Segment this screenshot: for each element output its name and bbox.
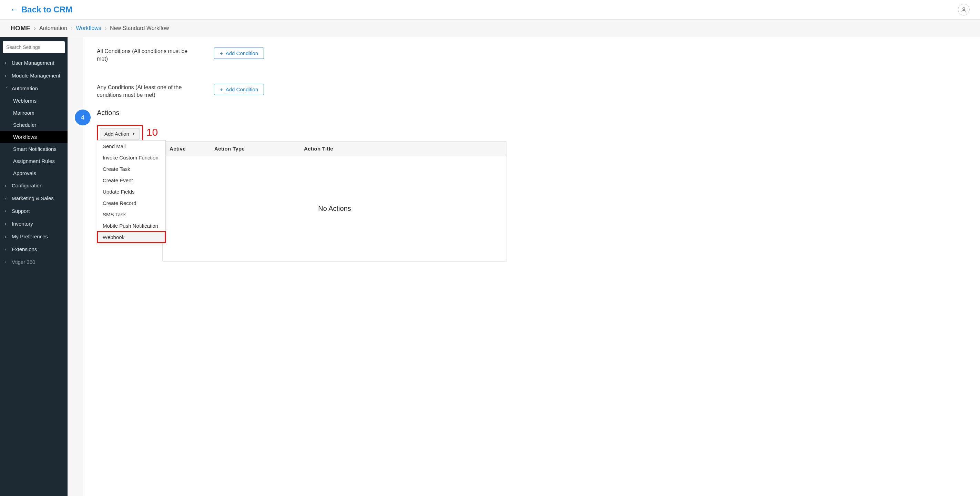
plus-icon: + [220,86,223,92]
all-conditions-label: All Conditions (All conditions must be m… [97,48,193,63]
chevron-right-icon: › [5,209,9,213]
sidebar-item-label: My Preferences [12,234,48,239]
sidebar-item-label: User Management [12,60,54,66]
sidebar-item-user-management[interactable]: › User Management [0,57,68,69]
action-option-update-fields[interactable]: Update Fields [97,186,165,197]
sidebar-item-vtiger-360[interactable]: › Vtiger 360 [0,256,68,268]
add-action-wrap: Add Action ▼ 10 Send Mail Invoke Custom … [97,125,510,143]
breadcrumb: HOME › Automation › Workflows › New Stan… [0,19,980,37]
add-condition-label: Add Condition [226,86,258,92]
annotation-number: 10 [146,126,158,138]
chevron-right-icon: › [105,25,107,31]
sidebar-item-extensions[interactable]: › Extensions [0,243,68,256]
add-condition-any-button[interactable]: + Add Condition [214,84,264,95]
sidebar-item-label: Vtiger 360 [12,259,35,265]
chevron-right-icon: › [5,247,9,252]
breadcrumb-workflows[interactable]: Workflows [76,25,101,31]
add-condition-label: Add Condition [226,50,258,56]
shell: › User Management › Module Management › … [0,37,980,496]
sidebar-subitem-approvals[interactable]: Approvals [0,167,68,179]
sidebar-item-marketing-sales[interactable]: › Marketing & Sales [0,192,68,205]
back-to-crm-link[interactable]: ← Back to CRM [10,5,72,14]
chevron-right-icon: › [34,25,36,31]
chevron-right-icon: › [5,73,9,78]
any-conditions-label: Any Conditions (At least one of the cond… [97,84,193,99]
svg-point-0 [963,8,965,10]
chevron-right-icon: › [5,260,9,264]
col-active-header: Active [163,141,207,156]
sidebar-subitem-mailroom[interactable]: Mailroom [0,107,68,119]
action-option-mobile-push-notification[interactable]: Mobile Push Notification [97,220,165,232]
chevron-right-icon: › [5,234,9,239]
chevron-down-icon: › [5,86,9,91]
sidebar-item-inventory[interactable]: › Inventory [0,217,68,230]
chevron-right-icon: › [5,221,9,226]
breadcrumb-home[interactable]: HOME [10,24,31,32]
settings-sidebar: › User Management › Module Management › … [0,37,68,496]
search-settings-input[interactable] [3,41,65,53]
step-badge: 4 [75,110,91,126]
col-type-header: Action Type [207,141,297,156]
profile-avatar[interactable] [958,4,970,16]
back-label: Back to CRM [21,5,72,14]
chevron-down-icon: ▼ [132,132,135,136]
chevron-right-icon: › [5,183,9,188]
actions-table: Active Action Type Action Title No Actio… [162,141,507,262]
right-whitespace [524,37,980,496]
arrow-left-icon: ← [10,5,18,14]
col-title-header: Action Title [297,141,506,156]
sidebar-item-my-preferences[interactable]: › My Preferences [0,230,68,243]
actions-table-empty: No Actions [163,156,506,261]
add-condition-all-button[interactable]: + Add Condition [214,48,264,59]
sidebar-subitem-webforms[interactable]: Webforms [0,95,68,107]
actions-table-header: Active Action Type Action Title [163,141,506,156]
all-conditions-row: All Conditions (All conditions must be m… [97,48,510,63]
add-action-label: Add Action [104,131,129,137]
plus-icon: + [220,50,223,56]
breadcrumb-automation[interactable]: Automation [39,25,67,31]
sidebar-item-automation[interactable]: › Automation [0,82,68,95]
user-icon [961,6,967,13]
sidebar-item-label: Marketing & Sales [12,195,54,201]
action-option-create-task[interactable]: Create Task [97,163,165,175]
sidebar-item-support[interactable]: › Support [0,205,68,217]
action-option-send-mail[interactable]: Send Mail [97,140,165,152]
add-action-dropdown: Send Mail Invoke Custom Function Create … [97,140,166,243]
chevron-right-icon: › [5,196,9,201]
sidebar-item-label: Extensions [12,246,37,252]
sidebar-item-label: Support [12,208,30,214]
sidebar-subitem-assignment-rules[interactable]: Assignment Rules [0,155,68,167]
sidebar-item-label: Inventory [12,221,33,227]
add-action-button[interactable]: Add Action ▼ [100,128,140,140]
top-bar: ← Back to CRM [0,0,980,19]
action-option-sms-task[interactable]: SMS Task [97,209,165,220]
sidebar-item-label: Configuration [12,183,42,188]
any-conditions-row: Any Conditions (At least one of the cond… [97,84,510,99]
workflow-canvas: All Conditions (All conditions must be m… [83,37,524,496]
action-option-invoke-custom-function[interactable]: Invoke Custom Function [97,152,165,163]
breadcrumb-current: New Standard Workflow [110,25,169,31]
sidebar-item-module-management[interactable]: › Module Management [0,69,68,82]
main-panel: All Conditions (All conditions must be m… [68,37,524,496]
actions-section-title: Actions [97,109,510,117]
sidebar-item-configuration[interactable]: › Configuration [0,179,68,192]
sidebar-subitem-smart-notifications[interactable]: Smart Notifications [0,143,68,155]
sidebar-subitem-workflows[interactable]: Workflows [0,131,68,143]
sidebar-item-label: Module Management [12,73,60,78]
action-option-create-record[interactable]: Create Record [97,197,165,209]
sidebar-subitem-scheduler[interactable]: Scheduler [0,119,68,131]
chevron-right-icon: › [5,60,9,65]
action-option-create-event[interactable]: Create Event [97,175,165,186]
chevron-right-icon: › [71,25,72,31]
action-option-webhook[interactable]: Webhook [97,232,165,243]
sidebar-item-label: Automation [12,86,38,91]
